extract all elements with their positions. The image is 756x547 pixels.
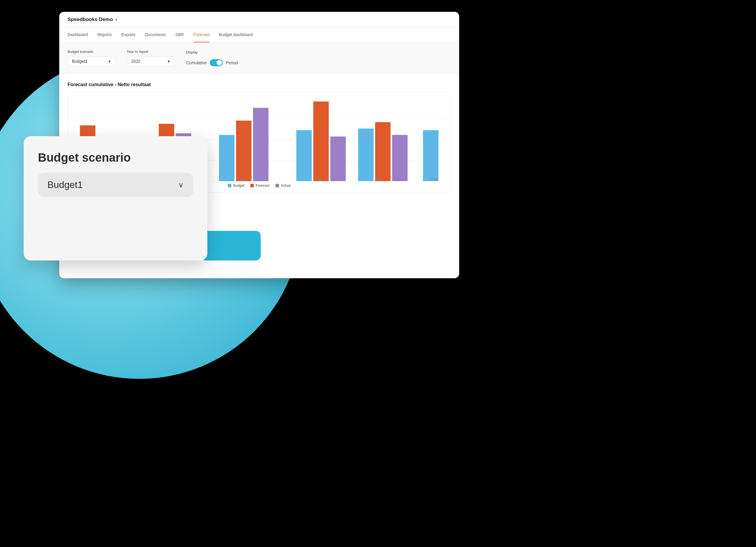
legend-forecast-color	[250, 184, 254, 187]
bar-jun-actual	[253, 108, 268, 181]
budget-card-title: Budget scenario	[38, 150, 193, 165]
bar-aug-forecast	[375, 122, 390, 181]
bar-jul-budget	[296, 130, 312, 181]
year-label: Year to report	[127, 50, 174, 54]
legend-forecast: Forecast	[250, 184, 270, 188]
cumulative-label: Cumulative	[186, 60, 207, 65]
cumulative-toggle[interactable]	[210, 59, 223, 66]
nav-item-dashboard[interactable]: Dashboard	[68, 28, 88, 42]
app-title: Speedbooks Demo	[68, 17, 113, 23]
nav-item-forecast[interactable]: Forecast	[193, 28, 209, 42]
budget-card-dropdown[interactable]: Budget1 ∨	[38, 173, 193, 197]
svg-text:Aug: Aug	[374, 177, 382, 181]
year-filter: Year to report 2022 ▾	[127, 50, 174, 66]
budget-scenario-select[interactable]: Budget1 ▾	[68, 56, 115, 66]
budget-scenario-chevron-icon: ▾	[108, 59, 110, 64]
svg-text:Sep: Sep	[430, 177, 438, 181]
bar-jun-forecast	[236, 121, 252, 181]
bar-sep-budget	[423, 130, 438, 181]
budget-scenario-card: Budget scenario Budget1 ∨	[24, 136, 207, 261]
display-label: Display	[186, 50, 238, 54]
svg-text:Jul: Jul	[315, 177, 321, 181]
legend-actual-label: Actual	[281, 184, 291, 188]
nav-item-exports[interactable]: Exports	[121, 28, 135, 42]
svg-text:Jun: Jun	[239, 177, 246, 181]
bar-jul-actual	[330, 137, 346, 181]
nav-bar: Dashboard Reports Exports Documents SBR …	[59, 28, 459, 43]
toggle-group: Cumulative Period	[186, 59, 238, 66]
bar-jul-forecast	[313, 102, 329, 181]
year-value: 2022	[131, 59, 140, 64]
year-chevron-icon: ▾	[168, 59, 170, 64]
display-filter: Display Cumulative Period	[186, 50, 238, 66]
title-bar: Speedbooks Demo ▾	[59, 12, 459, 28]
budget-scenario-value: Budget1	[72, 59, 87, 64]
budget-card-dropdown-value: Budget1	[47, 179, 83, 190]
nav-item-reports[interactable]: Reports	[97, 28, 112, 42]
bar-aug-budget	[358, 129, 374, 181]
nav-item-budget-dashboard[interactable]: Budget dashboard	[219, 28, 253, 42]
period-label: Period	[226, 60, 238, 65]
nav-item-documents[interactable]: Documents	[145, 28, 166, 42]
toggle-thumb	[217, 60, 222, 65]
legend-actual-color	[276, 184, 279, 187]
second-card	[201, 231, 261, 261]
legend-budget-color	[228, 184, 231, 187]
budget-card-chevron-icon: ∨	[178, 181, 184, 189]
year-select[interactable]: 2022 ▾	[127, 56, 174, 66]
budget-scenario-label: Budget scenario	[68, 50, 115, 54]
chart-title: Forecast cumulative - Netto resultaat	[68, 82, 451, 87]
app-title-chevron-icon[interactable]: ▾	[115, 17, 117, 22]
bar-jun-budget	[219, 135, 234, 181]
legend-actual: Actual	[276, 184, 291, 188]
legend-forecast-label: Forecast	[256, 184, 270, 188]
legend-budget: Budget	[228, 184, 244, 188]
bar-aug-actual	[392, 135, 408, 181]
legend-budget-label: Budget	[233, 184, 244, 188]
nav-item-sbr[interactable]: SBR	[175, 28, 184, 42]
budget-scenario-filter: Budget scenario Budget1 ▾	[68, 50, 115, 66]
filter-bar: Budget scenario Budget1 ▾ Year to report…	[59, 43, 459, 74]
